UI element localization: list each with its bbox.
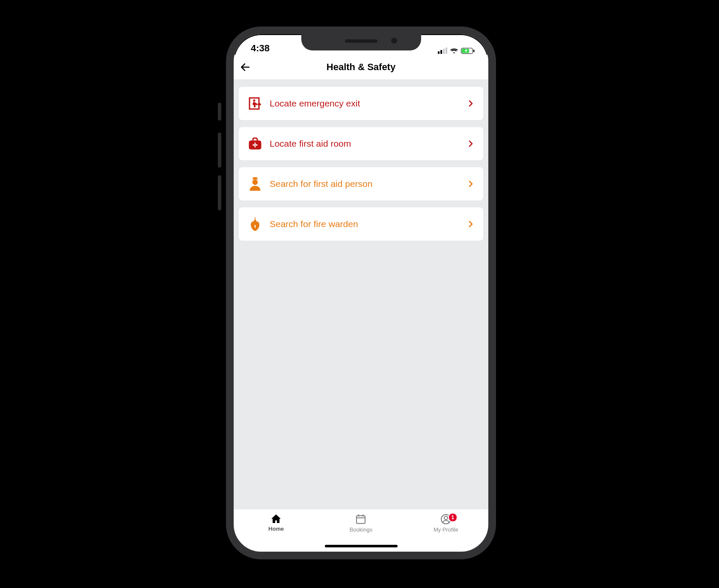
row-label: Search for first aid person	[264, 179, 467, 189]
chevron-right-icon	[467, 140, 475, 148]
home-indicator[interactable]	[325, 545, 398, 547]
calendar-icon	[355, 514, 366, 525]
phone-volume-up	[218, 133, 221, 168]
chevron-right-icon	[467, 180, 475, 188]
medic-person-icon	[247, 177, 264, 191]
svg-point-11	[253, 180, 258, 185]
svg-point-17	[444, 516, 448, 520]
row-search-first-aid-person[interactable]: Search for first aid person	[239, 167, 483, 201]
arrow-left-icon	[240, 62, 251, 73]
chevron-right-icon	[467, 100, 475, 107]
tab-my-profile[interactable]: 1 My Profile	[418, 514, 474, 552]
tab-label: My Profile	[434, 526, 458, 533]
battery-charging-icon	[461, 48, 475, 54]
svg-point-5	[253, 100, 255, 101]
back-button[interactable]	[234, 56, 257, 79]
chevron-right-icon	[467, 220, 475, 228]
row-locate-first-aid-room[interactable]: Locate first aid room	[239, 127, 483, 160]
phone-silence-switch	[218, 103, 221, 121]
cellular-signal-icon	[438, 47, 447, 54]
notification-badge: 1	[448, 513, 458, 522]
status-icons	[438, 47, 475, 54]
first-aid-icon	[247, 137, 264, 150]
phone-volume-down	[218, 175, 221, 210]
phone-notch	[301, 33, 421, 50]
home-icon	[270, 514, 282, 524]
content-area: Locate emergency exit Locate first aid r…	[234, 80, 488, 509]
row-label: Locate emergency exit	[264, 98, 467, 109]
tab-home[interactable]: Home	[248, 514, 304, 552]
svg-rect-12	[357, 516, 365, 523]
flame-icon	[247, 217, 264, 231]
wifi-icon	[450, 48, 458, 54]
svg-rect-2	[473, 50, 475, 52]
row-search-fire-warden[interactable]: Search for fire warden	[239, 207, 483, 241]
page-title: Health & Safety	[234, 62, 488, 73]
header-bar: Health & Safety	[234, 55, 488, 80]
tab-label: Home	[268, 526, 284, 532]
row-label: Search for fire warden	[264, 219, 467, 229]
row-locate-emergency-exit[interactable]: Locate emergency exit	[239, 87, 483, 120]
tab-label: Bookings	[350, 526, 372, 533]
row-label: Locate first aid room	[264, 139, 467, 149]
svg-rect-8	[253, 144, 258, 146]
svg-rect-10	[255, 177, 255, 179]
status-time: 4:38	[251, 43, 270, 54]
phone-frame: 4:38 Health & Safety	[226, 27, 496, 559]
exit-icon	[247, 97, 264, 110]
